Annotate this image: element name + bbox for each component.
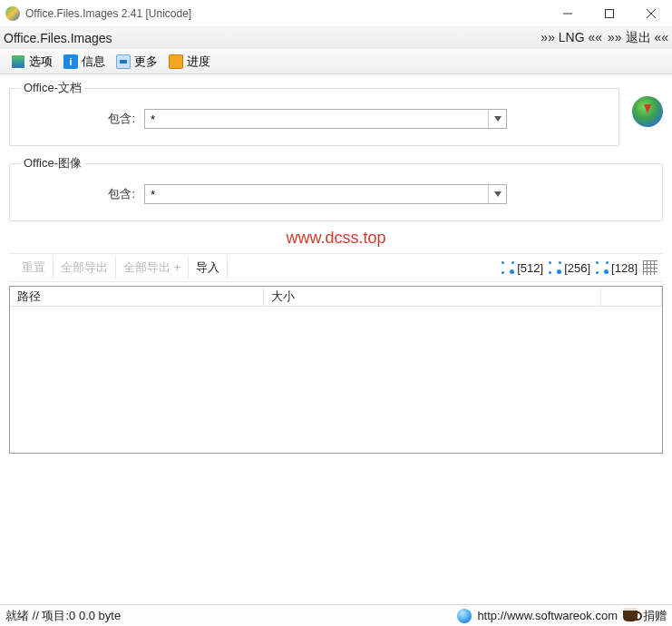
- status-bar: 就绪 // 项目:0 0.0 byte http://www.softwareo…: [0, 604, 672, 626]
- grid-view-button[interactable]: [643, 260, 657, 275]
- docs-include-combo[interactable]: [144, 109, 507, 129]
- more-label: 更多: [134, 54, 158, 70]
- watermark-text: www.dcss.top: [9, 229, 663, 248]
- minimize-button[interactable]: [547, 0, 589, 27]
- app-name-label: Office.Files.Images: [4, 31, 112, 45]
- menubar: Office.Files.Images »» LNG «« »» 退出 ««: [0, 27, 672, 49]
- resize-icon: [502, 261, 514, 274]
- office-images-legend: Office-图像: [21, 155, 84, 171]
- export-all-plus-button[interactable]: 全部导出 +: [116, 256, 189, 279]
- images-include-label: 包含:: [102, 186, 135, 202]
- import-button[interactable]: 导入: [189, 256, 228, 279]
- close-button[interactable]: [630, 0, 672, 27]
- globe-icon: [457, 609, 472, 623]
- chevron-down-icon[interactable]: [488, 185, 506, 203]
- more-icon: [116, 54, 131, 69]
- download-icon[interactable]: [632, 96, 663, 127]
- size-512-button[interactable]: [512]: [502, 261, 543, 275]
- export-all-button[interactable]: 全部导出: [54, 256, 116, 279]
- images-include-input[interactable]: [145, 185, 488, 203]
- col-size[interactable]: 大小: [264, 287, 601, 306]
- options-icon: [11, 54, 25, 69]
- options-button[interactable]: 选项: [7, 52, 56, 72]
- info-label: 信息: [82, 54, 105, 70]
- office-docs-legend: Office-文档: [21, 80, 84, 96]
- col-extra[interactable]: [601, 287, 662, 306]
- maximize-button[interactable]: [589, 0, 630, 27]
- info-icon: i: [63, 54, 78, 69]
- docs-include-label: 包含:: [102, 111, 135, 127]
- info-button[interactable]: i 信息: [60, 52, 109, 72]
- office-images-group: Office-图像 包含:: [9, 155, 663, 221]
- window-title: Office.Files.Images 2.41 [Unicode]: [25, 7, 191, 20]
- progress-label: 进度: [187, 54, 210, 70]
- col-path[interactable]: 路径: [10, 287, 264, 306]
- table-body[interactable]: [10, 307, 662, 453]
- reset-button[interactable]: 重置: [15, 256, 54, 279]
- progress-button[interactable]: 进度: [165, 52, 214, 72]
- progress-icon: [169, 54, 183, 69]
- action-bar: 重置 全部导出 全部导出 + 导入 [512] [256] [128]: [9, 253, 663, 282]
- more-button[interactable]: 更多: [112, 52, 161, 72]
- docs-include-input[interactable]: [145, 110, 488, 128]
- resize-icon: [596, 261, 609, 274]
- resize-icon: [549, 261, 561, 274]
- donate-link[interactable]: 捐赠: [643, 608, 667, 624]
- size-256-button[interactable]: [256]: [549, 261, 590, 275]
- size-128-button[interactable]: [128]: [596, 261, 638, 275]
- options-label: 选项: [29, 54, 53, 70]
- images-include-combo[interactable]: [144, 184, 507, 204]
- chevron-down-icon[interactable]: [488, 110, 506, 128]
- app-icon: [5, 6, 20, 21]
- coffee-icon: [623, 611, 638, 621]
- svg-rect-1: [606, 9, 614, 17]
- language-button[interactable]: »» LNG ««: [541, 30, 602, 46]
- table-header: 路径 大小: [10, 287, 662, 307]
- exit-button[interactable]: »» 退出 ««: [608, 30, 668, 46]
- titlebar: Office.Files.Images 2.41 [Unicode]: [0, 0, 672, 27]
- results-table: 路径 大小: [9, 286, 663, 454]
- website-link[interactable]: http://www.softwareok.com: [477, 609, 618, 622]
- toolbar: 选项 i 信息 更多 进度: [0, 49, 672, 74]
- office-docs-group: Office-文档 包含:: [9, 80, 619, 146]
- status-text: 就绪 // 项目:0 0.0 byte: [5, 608, 121, 624]
